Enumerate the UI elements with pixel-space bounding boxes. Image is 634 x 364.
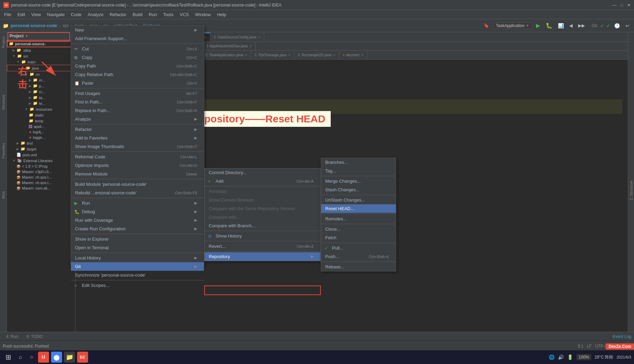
git-revert[interactable]: Revert... Ctrl+Alt+Z	[205, 242, 320, 251]
run-btn[interactable]: ▶	[534, 21, 542, 30]
event-log-btn[interactable]: Event Log	[613, 334, 631, 339]
repo-tag[interactable]: Tag...	[321, 167, 396, 175]
tree-item-extlibs[interactable]: ▼ 📚 External Libraries	[7, 158, 75, 163]
menu-navigate[interactable]: Navigate	[44, 11, 67, 18]
cm-cut[interactable]: ✂ Cut Ctrl+X	[71, 45, 204, 53]
cm-find-in-path[interactable]: Find in Path... Ctrl+Shift+F	[71, 98, 204, 106]
tab-decirect-close[interactable]: ✕	[361, 53, 364, 57]
tree-item-target[interactable]: ▶ 📁 target	[7, 146, 75, 152]
cm-copy-relative-path[interactable]: Copy Relative Path Ctrl+Alt+Shift+C	[71, 70, 204, 79]
repo-fetch[interactable]: Fetch	[321, 233, 396, 242]
taskbar-devze-icon[interactable]: DZ	[77, 352, 88, 363]
maximize-btn[interactable]: □	[621, 3, 623, 8]
taskbar-chrome-icon[interactable]: ⬤	[51, 352, 62, 363]
tree-item-maven2[interactable]: 📦 Maven: ch.qos.l...	[7, 174, 75, 180]
debug-btn[interactable]: 🐛	[544, 21, 554, 30]
repo-stash[interactable]: Stash Changes...	[321, 185, 396, 194]
git-show-history[interactable]: ⊙ Show History	[205, 232, 320, 240]
cm-find-usages[interactable]: Find Usages Alt+F7	[71, 89, 204, 98]
taskbar-task-view-btn[interactable]: ○	[27, 353, 36, 362]
menu-refactor[interactable]: Refactor	[107, 11, 129, 18]
tree-item-pom[interactable]: 📄 pom.xml	[7, 152, 75, 158]
tree-item-temp[interactable]: 📁 temp	[7, 118, 75, 124]
cm-replace-in-path[interactable]: Replace in Path... Ctrl+Shift+R	[71, 106, 204, 115]
tree-item-log4j[interactable]: ✦ log4j...	[7, 129, 75, 135]
menu-analyze[interactable]: Analyze	[85, 11, 106, 18]
repo-rebase[interactable]: Rebase...	[321, 263, 396, 271]
cm-edit-scopes[interactable]: ○ Edit Scopes...	[71, 281, 204, 290]
project-name[interactable]: personal-source-code	[11, 23, 57, 28]
tree-item-main[interactable]: ▼ 📁 main	[7, 59, 75, 65]
right-tab-structure[interactable]: Z: Structure	[629, 178, 634, 203]
cm-analyze[interactable]: Analyze ▶	[71, 115, 204, 123]
menu-run[interactable]: Run	[146, 11, 160, 18]
repo-push[interactable]: Push... Ctrl+Shift+K	[321, 252, 396, 261]
menu-file[interactable]: File	[1, 11, 14, 18]
tree-item-te[interactable]: ▶ 📁 te...	[7, 100, 75, 106]
menu-build[interactable]: Build	[130, 11, 145, 18]
cm-show-explorer[interactable]: Show in Explorer	[71, 235, 204, 243]
close-btn[interactable]: ✕	[627, 3, 631, 8]
taskbar-explorer-icon[interactable]: 📁	[64, 352, 75, 363]
forward-btn[interactable]: ▶▶	[576, 22, 587, 29]
cm-add-framework[interactable]: Add Framework Support...	[71, 34, 204, 43]
repo-clone[interactable]: Clone...	[321, 225, 396, 233]
repo-remotes[interactable]: Remotes...	[321, 215, 396, 223]
cm-new[interactable]: New ▶	[71, 26, 204, 34]
back-btn[interactable]: ◀	[568, 22, 574, 29]
tab-apparticleinfodao-close[interactable]: ✕	[249, 44, 252, 48]
side-tab-web[interactable]: Web	[1, 189, 6, 202]
cm-open-terminal[interactable]: Open in Terminal	[71, 243, 204, 252]
cm-paste[interactable]: 📋 Paste Ctrl+V	[71, 79, 204, 87]
tab-taskapplication-close[interactable]: ✕	[245, 53, 247, 57]
tree-item-java[interactable]: ▼ 📂 java	[7, 65, 75, 71]
tree-item-appli[interactable]: 🅰 appli...	[7, 124, 75, 129]
git-compare-branch[interactable]: Compare with Branch...	[205, 221, 320, 230]
tree-item-resources[interactable]: ▼ 📁 resources	[7, 106, 75, 112]
tree-item-jdk[interactable]: 📦 < 1.8 > C:\Prog	[7, 163, 75, 169]
tree-item-cn[interactable]: ▼ 📁 cn	[7, 71, 75, 77]
cm-create-run-config[interactable]: Create Run Configuration ▶	[71, 225, 204, 233]
cm-local-history[interactable]: Local History ▶	[71, 254, 204, 262]
tab-datasourceconfig[interactable]: C DataSourceConfig.java ✕	[210, 33, 264, 41]
tree-item-ta[interactable]: ▶ 📁 ta...	[7, 95, 75, 100]
minimize-btn[interactable]: —	[612, 3, 617, 8]
cm-add-favorites[interactable]: Add to Favorites ▶	[71, 134, 204, 142]
bookmark-btn[interactable]: 🔖	[482, 22, 491, 29]
status-encoding[interactable]: UTF-8	[595, 344, 607, 349]
tab-rectangle2d[interactable]: C Rectangle2D.java ✕	[294, 51, 339, 59]
bottom-tab-run[interactable]: 4: Run	[3, 333, 22, 340]
tree-item-root[interactable]: 📁 personal-source-	[7, 40, 75, 47]
menu-edit[interactable]: Edit	[15, 11, 28, 18]
taskbar-search-btn[interactable]: ⌕	[16, 353, 25, 362]
tab-ppttoimage-close[interactable]: ✕	[288, 53, 291, 57]
tree-item-src[interactable]: ▼ 📁 src	[7, 53, 75, 59]
cm-rebuild[interactable]: Rebuild ...ersonal-source-code' Ctrl+Shi…	[71, 189, 204, 197]
menu-vcs[interactable]: VCS	[177, 11, 192, 18]
cm-git[interactable]: Git ▶	[71, 262, 204, 271]
cm-copy-path[interactable]: Copy Path Ctrl+Shift+C	[71, 62, 204, 70]
side-tab-structure[interactable]: Structure	[1, 92, 6, 113]
tab-taskapplication[interactable]: C TaskApplication.java ✕	[202, 51, 251, 59]
git-repository[interactable]: Repository ▶	[205, 252, 320, 261]
repo-branches[interactable]: Branches...	[321, 158, 396, 167]
side-tab-favorites[interactable]: Favorites	[1, 140, 6, 161]
git-undo-btn[interactable]: ↩	[624, 22, 631, 29]
cm-debug[interactable]: 🐛 Debug ▶	[71, 207, 204, 216]
repo-unstash[interactable]: UnStash Changes...	[321, 196, 396, 204]
tree-item-rc[interactable]: ▶ 📁 rc...	[7, 89, 75, 95]
bottom-tab-todo[interactable]: 6: TODO	[23, 333, 46, 340]
tree-item-m[interactable]: ▶ 📁 m...	[7, 77, 75, 83]
taskbar-intellij-icon[interactable]: IJ	[38, 352, 49, 363]
menu-code[interactable]: Code	[68, 11, 84, 18]
tree-item-test[interactable]: ▶ 📁 test	[7, 140, 75, 146]
tab-rollback-close[interactable]: ✕	[204, 36, 207, 39]
cm-show-thumbnails[interactable]: Show Image Thumbnails Ctrl+Shift+T	[71, 142, 204, 151]
menu-help[interactable]: Help	[214, 11, 229, 18]
tree-item-idea[interactable]: ▶ 📁 .idea	[7, 47, 75, 53]
coverage-btn[interactable]: 📊	[556, 22, 565, 29]
menu-view[interactable]: View	[28, 11, 44, 18]
repo-pull[interactable]: ✓ Pull...	[321, 244, 396, 252]
tab-decirect[interactable]: ≡ decirect ✕	[339, 51, 367, 59]
cm-optimize-imports[interactable]: Optimize Imports Ctrl+Alt+O	[71, 161, 204, 170]
